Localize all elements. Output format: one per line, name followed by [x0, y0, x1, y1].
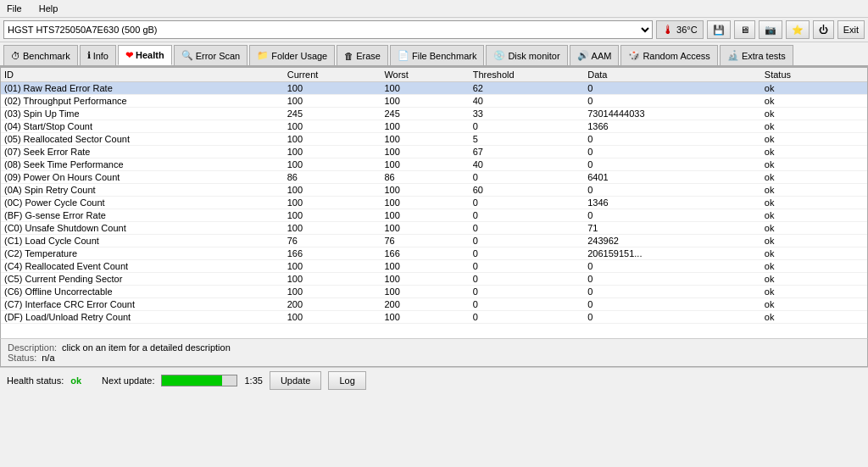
filebenchmark-icon: 📄 — [398, 50, 409, 61]
tab-health-label: Health — [136, 50, 164, 60]
table-row[interactable]: (02) Throughput Performance100100400ok — [1, 95, 867, 108]
tab-folderusage-label: Folder Usage — [271, 51, 327, 61]
bottom-bar: Health status: ok Next update: 1:35 Upda… — [0, 367, 868, 392]
star-button[interactable]: ⭐ — [786, 20, 810, 39]
menu-bar: File Help — [0, 0, 868, 18]
countdown-value: 1:35 — [244, 375, 262, 386]
tab-info-label: Info — [93, 51, 108, 61]
table-row[interactable]: (C2) Temperature1661660206159151...ok — [1, 247, 867, 260]
tab-filebenchmark[interactable]: 📄 File Benchmark — [390, 45, 484, 65]
tab-benchmark-label: Benchmark — [23, 51, 70, 61]
table-row[interactable]: (C5) Current Pending Sector10010000ok — [1, 273, 867, 286]
header-threshold: Threshold — [470, 68, 585, 82]
progress-bar-fill — [162, 375, 221, 386]
tab-filebenchmark-label: File Benchmark — [412, 51, 476, 61]
table-row[interactable]: (01) Raw Read Error Rate100100620ok — [1, 82, 867, 95]
status-label: Status: — [8, 353, 36, 363]
star-icon: ⭐ — [792, 25, 804, 36]
tab-health[interactable]: ❤ Health — [118, 45, 172, 65]
log-button[interactable]: Log — [328, 371, 365, 390]
drive-selector[interactable]: HGST HTS725050A7E630 (500 gB) — [3, 20, 653, 39]
benchmark-icon: ⏱ — [11, 51, 20, 61]
table-row[interactable]: (BF) G-sense Error Rate10010000ok — [1, 209, 867, 222]
next-update-label: Next update: — [102, 375, 154, 386]
table-row[interactable]: (08) Seek Time Performance100100400ok — [1, 158, 867, 171]
table-row[interactable]: (03) Spin Up Time2452453373014444033ok — [1, 108, 867, 120]
tab-benchmark[interactable]: ⏱ Benchmark — [3, 45, 78, 65]
temperature-value: 36°C — [676, 25, 698, 35]
table-row[interactable]: (0A) Spin Retry Count100100600ok — [1, 184, 867, 197]
description-label: Description: — [8, 342, 57, 353]
tab-errorscan-label: Error Scan — [196, 51, 241, 61]
camera-button[interactable]: 📷 — [759, 20, 782, 39]
diskmonitor-icon: 💿 — [493, 50, 505, 61]
tab-extratests[interactable]: 🔬 Extra tests — [720, 45, 793, 65]
tab-aam-label: AAM — [592, 51, 612, 61]
description-value: click on an item for a detailed descript… — [62, 342, 231, 353]
erase-icon: 🗑 — [344, 51, 353, 61]
tab-folderusage[interactable]: 📁 Folder Usage — [249, 45, 335, 65]
tab-erase[interactable]: 🗑 Erase — [337, 45, 388, 65]
smart-table: ID Current Worst Threshold Data Status (… — [1, 68, 867, 324]
update-button[interactable]: Update — [270, 371, 321, 390]
health-icon: ❤ — [125, 50, 133, 61]
camera-icon: 📷 — [765, 25, 776, 36]
table-row[interactable]: (C6) Offline Uncorrectable10010000ok — [1, 286, 867, 298]
progress-bar-container — [161, 375, 237, 386]
table-row[interactable]: (C0) Unsafe Shutdown Count100100071ok — [1, 222, 867, 235]
header-data: Data — [584, 68, 761, 82]
aam-icon: 🔊 — [577, 50, 589, 61]
table-row[interactable]: (C7) Interface CRC Error Count20020000ok — [1, 298, 867, 311]
table-row[interactable]: (C1) Load Cycle Count76760243962ok — [1, 235, 867, 247]
tab-diskmonitor[interactable]: 💿 Disk monitor — [486, 45, 567, 65]
hdd-button-1[interactable]: 💾 — [707, 20, 731, 39]
tab-diskmonitor-label: Disk monitor — [508, 51, 559, 61]
table-row[interactable]: (C4) Reallocated Event Count10010000ok — [1, 260, 867, 273]
tab-extratests-label: Extra tests — [742, 51, 786, 61]
tab-randomaccess-label: Random Access — [643, 51, 709, 61]
tab-randomaccess[interactable]: 🎲 Random Access — [620, 45, 717, 65]
status-bar: Description: click on an item for a deta… — [0, 338, 868, 367]
table-row[interactable]: (07) Seek Error Rate100100670ok — [1, 146, 867, 158]
info-icon: ℹ — [87, 50, 91, 61]
table-row[interactable]: (05) Reallocated Sector Count10010050ok — [1, 133, 867, 146]
folder-icon: 📁 — [257, 50, 269, 61]
tab-bar: ⏱ Benchmark ℹ Info ❤ Health 🔍 Error Scan… — [0, 42, 868, 67]
thermometer-icon: 🌡 — [662, 23, 674, 36]
power-button[interactable]: ⏻ — [813, 20, 834, 39]
table-row[interactable]: (09) Power On Hours Count868606401ok — [1, 171, 867, 184]
file-menu[interactable]: File — [3, 2, 25, 15]
temperature-display: 🌡 36°C — [656, 20, 704, 39]
description-row: Description: click on an item for a deta… — [8, 342, 860, 353]
health-status-value: ok — [70, 375, 81, 386]
randomaccess-icon: 🎲 — [628, 50, 640, 61]
tab-aam[interactable]: 🔊 AAM — [570, 45, 620, 65]
header-id: ID — [1, 68, 284, 82]
power-icon: ⏻ — [819, 25, 828, 35]
main-content: ID Current Worst Threshold Data Status (… — [0, 67, 868, 338]
drive-bar: HGST HTS725050A7E630 (500 gB) 🌡 36°C 💾 🖥… — [0, 18, 868, 42]
header-current: Current — [284, 68, 381, 82]
table-row[interactable]: (04) Start/Stop Count10010001366ok — [1, 120, 867, 133]
table-row[interactable]: (DF) Load/Unload Retry Count10010000ok — [1, 311, 867, 324]
hdd-icon-1: 💾 — [713, 25, 725, 36]
hdd-icon-2: 🖥 — [740, 25, 749, 35]
header-status: Status — [761, 68, 867, 82]
tab-erase-label: Erase — [356, 51, 381, 61]
tab-errorscan[interactable]: 🔍 Error Scan — [174, 45, 248, 65]
exit-button[interactable]: Exit — [837, 20, 865, 39]
hdd-button-2[interactable]: 🖥 — [734, 20, 755, 39]
help-menu[interactable]: Help — [36, 2, 62, 15]
health-status-label: Health status: — [7, 375, 64, 386]
header-worst: Worst — [381, 68, 469, 82]
errorscan-icon: 🔍 — [181, 50, 193, 61]
table-row[interactable]: (0C) Power Cycle Count10010001346ok — [1, 197, 867, 209]
status-row: Status: n/a — [8, 353, 860, 363]
smart-table-body: (01) Raw Read Error Rate100100620ok(02) … — [1, 82, 867, 324]
extratests-icon: 🔬 — [727, 50, 739, 61]
tab-info[interactable]: ℹ Info — [80, 45, 116, 65]
status-value: n/a — [42, 353, 54, 363]
